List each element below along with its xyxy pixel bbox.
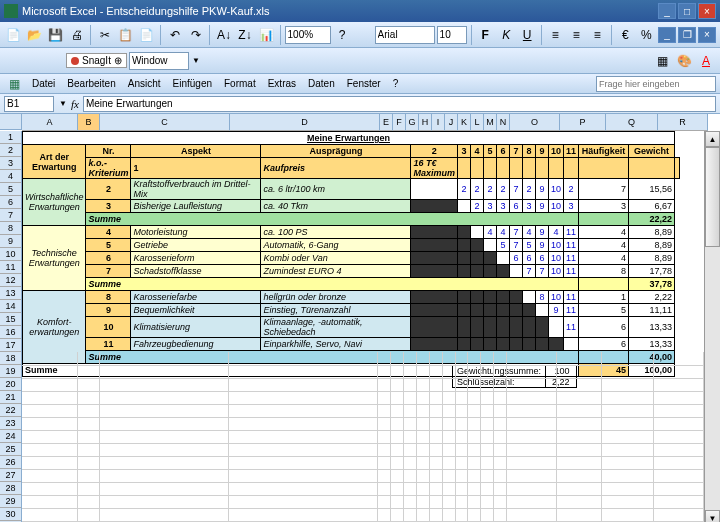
empty-cell[interactable] — [429, 482, 442, 495]
col-header-O[interactable]: O — [510, 114, 560, 131]
empty-cell[interactable] — [481, 495, 494, 508]
empty-cell[interactable] — [507, 365, 557, 378]
col-header-K[interactable]: K — [458, 114, 471, 131]
snagit-button[interactable]: SnagIt ⊕ — [66, 53, 127, 68]
empty-cell[interactable] — [455, 365, 468, 378]
empty-cell[interactable] — [481, 443, 494, 456]
empty-cell[interactable] — [494, 391, 507, 404]
empty-cell[interactable] — [481, 352, 494, 365]
empty-cell[interactable] — [602, 443, 654, 456]
row-header-27[interactable]: 27 — [0, 469, 21, 482]
matrix-cell[interactable]: 11 — [563, 265, 578, 278]
empty-cell[interactable] — [378, 391, 391, 404]
row-header-29[interactable]: 29 — [0, 495, 21, 508]
empty-cell[interactable] — [416, 482, 429, 495]
row-aspekt[interactable]: Schadstoffklasse — [131, 265, 261, 278]
empty-cell[interactable] — [442, 391, 455, 404]
row-header-6[interactable]: 6 — [0, 196, 21, 209]
empty-cell[interactable] — [481, 430, 494, 443]
menu-?[interactable]: ? — [387, 76, 405, 91]
col-header-I[interactable]: I — [432, 114, 445, 131]
empty-cell[interactable] — [229, 352, 378, 365]
empty-cell[interactable] — [416, 365, 429, 378]
matrix-cell[interactable] — [548, 317, 563, 338]
row-nr[interactable]: 8 — [86, 291, 131, 304]
menu-extras[interactable]: Extras — [262, 76, 302, 91]
empty-cell[interactable] — [442, 378, 455, 391]
empty-cell[interactable] — [429, 391, 442, 404]
empty-cell[interactable] — [468, 430, 481, 443]
empty-cell[interactable] — [507, 417, 557, 430]
row-aus[interactable]: Zumindest EURO 4 — [261, 265, 411, 278]
empty-cell[interactable] — [99, 482, 228, 495]
bold-button[interactable]: F — [476, 25, 495, 45]
empty-cell[interactable] — [229, 456, 378, 469]
col-header-C[interactable]: C — [100, 114, 230, 131]
empty-cell[interactable] — [654, 404, 704, 417]
empty-cell[interactable] — [229, 391, 378, 404]
row-header-5[interactable]: 5 — [0, 183, 21, 196]
col-header-L[interactable]: L — [471, 114, 484, 131]
row-header-28[interactable]: 28 — [0, 482, 21, 495]
empty-cell[interactable] — [416, 417, 429, 430]
empty-cell[interactable] — [378, 352, 391, 365]
empty-cell[interactable] — [390, 365, 403, 378]
empty-cell[interactable] — [481, 469, 494, 482]
empty-cell[interactable] — [229, 365, 378, 378]
empty-cell[interactable] — [468, 495, 481, 508]
empty-cell[interactable] — [429, 352, 442, 365]
empty-cell[interactable] — [556, 404, 602, 417]
row-header-18[interactable]: 18 — [0, 352, 21, 365]
empty-cell[interactable] — [654, 456, 704, 469]
empty-cell[interactable] — [390, 495, 403, 508]
empty-cell[interactable] — [455, 430, 468, 443]
empty-cell[interactable] — [442, 430, 455, 443]
row-aus[interactable]: Kombi oder Van — [261, 252, 411, 265]
empty-cell[interactable] — [494, 495, 507, 508]
currency-button[interactable]: € — [616, 25, 635, 45]
row-header-13[interactable]: 13 — [0, 287, 21, 300]
scroll-down-button[interactable]: ▼ — [705, 510, 720, 522]
empty-cell[interactable] — [378, 469, 391, 482]
empty-cell[interactable] — [229, 495, 378, 508]
empty-cell[interactable] — [654, 443, 704, 456]
empty-cell[interactable] — [654, 469, 704, 482]
empty-cell[interactable] — [22, 443, 78, 456]
matrix-cell[interactable]: 11 — [563, 304, 578, 317]
row-aus[interactable]: Klimaanlage, -automatik, Schiebedach — [261, 317, 411, 338]
align-right-button[interactable]: ≡ — [588, 25, 607, 45]
empty-cell[interactable] — [468, 469, 481, 482]
matrix-cell[interactable]: 7 — [509, 226, 522, 239]
empty-cell[interactable] — [507, 469, 557, 482]
empty-cell[interactable] — [403, 365, 416, 378]
empty-cell[interactable] — [429, 365, 442, 378]
empty-cell[interactable] — [99, 378, 228, 391]
empty-cell[interactable] — [654, 365, 704, 378]
empty-cell[interactable] — [378, 508, 391, 521]
empty-cell[interactable] — [494, 404, 507, 417]
empty-cell[interactable] — [429, 404, 442, 417]
empty-cell[interactable] — [378, 495, 391, 508]
ko-aspekt[interactable]: Kaufpreis — [261, 158, 411, 179]
empty-cell[interactable] — [22, 456, 78, 469]
fill-color-button[interactable]: 🎨 — [674, 51, 694, 71]
empty-cell[interactable] — [229, 469, 378, 482]
doc-minimize-button[interactable]: _ — [658, 27, 676, 43]
empty-cell[interactable] — [442, 508, 455, 521]
matrix-cell[interactable]: 7 — [522, 265, 535, 278]
empty-cell[interactable] — [442, 469, 455, 482]
matrix-cell[interactable]: 5 — [522, 239, 535, 252]
vertical-scrollbar[interactable]: ▲ ▼ — [704, 131, 720, 522]
empty-cell[interactable] — [429, 508, 442, 521]
ko-aus[interactable]: 16 T€ Maximum — [411, 158, 458, 179]
matrix-cell[interactable]: 11 — [563, 317, 578, 338]
row-header-10[interactable]: 10 — [0, 248, 21, 261]
empty-cell[interactable] — [78, 495, 100, 508]
empty-cell[interactable] — [378, 456, 391, 469]
matrix-cell[interactable]: 11 — [563, 226, 578, 239]
matrix-cell[interactable]: 2 — [522, 179, 535, 200]
col-header-A[interactable]: A — [22, 114, 78, 131]
col-header-Q[interactable]: Q — [606, 114, 658, 131]
empty-cell[interactable] — [390, 404, 403, 417]
empty-cell[interactable] — [556, 482, 602, 495]
